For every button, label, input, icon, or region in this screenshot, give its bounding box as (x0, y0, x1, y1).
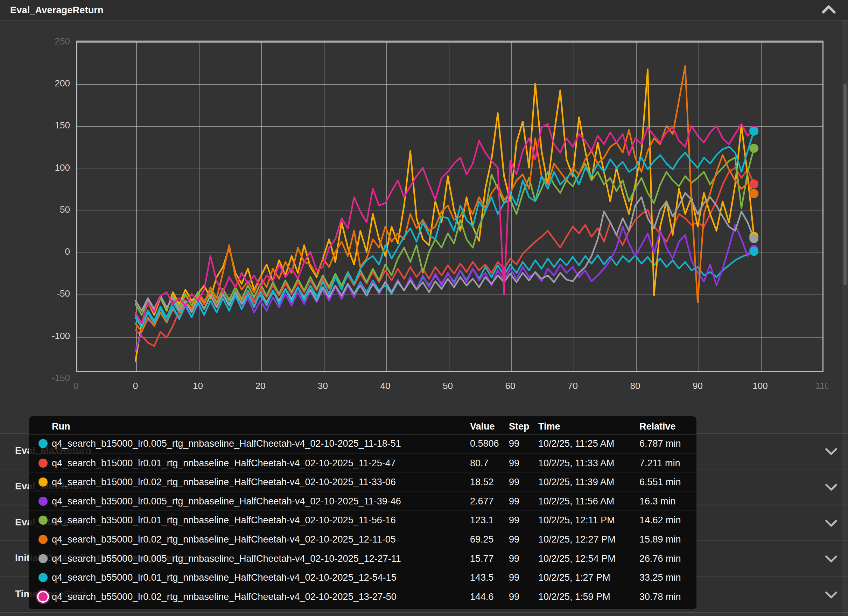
run-color-dot (39, 573, 47, 582)
run-cell: 6.787 min (639, 438, 681, 449)
x-tick-label: 10 (177, 381, 219, 391)
run-row[interactable]: q4_search_b15000_lr0.02_rtg_nnbaseline_H… (29, 472, 697, 492)
y-tick-label: -100 (7, 330, 70, 341)
run-cell: 10/2/25, 12:27 PM (538, 534, 615, 545)
run-cell: q4_search_b55000_lr0.01_rtg_nnbaseline_H… (52, 572, 397, 583)
series-end-dot-0[interactable] (749, 247, 758, 256)
tooltip-column-header: Relative (639, 421, 676, 432)
run-cell: 10/2/25, 11:25 AM (538, 438, 614, 449)
run-cell: 99 (509, 553, 519, 564)
chevron-down-icon[interactable] (824, 589, 838, 600)
run-row[interactable]: q4_search_b35000_lr0.02_rtg_nnbaseline_H… (29, 530, 697, 549)
run-color-dot (39, 515, 47, 525)
x-tick-label: 20 (239, 381, 282, 391)
run-cell: q4_search_b35000_lr0.02_rtg_nnbaseline_H… (52, 534, 396, 545)
run-cell: 33.25 min (639, 572, 681, 583)
scalars-dashboard: Eval_AverageReturn Eval_MaxReturnEval_Mi… (0, 0, 848, 616)
series-end-dot-4[interactable] (749, 144, 758, 153)
run-cell: 144.6 (470, 591, 494, 603)
series-end-dot-7[interactable] (749, 127, 758, 136)
run-cell: 10/2/25, 11:33 AM (538, 458, 614, 469)
series-end-dot-5[interactable] (749, 189, 758, 198)
run-row[interactable]: q4_search_b15000_lr0.01_rtg_nnbaseline_H… (29, 453, 697, 472)
run-cell: 99 (509, 591, 519, 603)
run-cell: 6.551 min (639, 477, 681, 488)
series-line-3[interactable] (135, 225, 754, 351)
chevron-down-icon[interactable] (824, 553, 838, 564)
series-end-dot-1[interactable] (749, 179, 758, 188)
run-cell: 10/2/25, 1:59 PM (538, 591, 610, 603)
chevron-down-icon[interactable] (824, 482, 838, 492)
x-tick-label: 90 (677, 381, 719, 391)
run-row[interactable]: q4_search_b55000_lr0.02_rtg_nnbaseline_H… (29, 587, 697, 606)
run-row[interactable]: q4_search_b35000_lr0.005_rtg_nnbaseline_… (29, 492, 697, 511)
run-cell: q4_search_b15000_lr0.01_rtg_nnbaseline_H… (52, 458, 396, 469)
run-cell: q4_search_b15000_lr0.005_rtg_nnbaseline_… (52, 438, 401, 449)
run-cell: q4_search_b55000_lr0.02_rtg_nnbaseline_H… (52, 591, 397, 603)
run-cell: 99 (509, 438, 519, 449)
series-end-dot-6[interactable] (749, 234, 758, 243)
x-tick-label: 50 (427, 381, 469, 391)
run-cell: 99 (509, 515, 519, 526)
run-cell: 26.76 min (639, 553, 681, 564)
x-tick-label: 30 (302, 381, 344, 391)
run-cell: 99 (509, 572, 519, 583)
run-cell: q4_search_b55000_lr0.005_rtg_nnbaseline_… (52, 553, 401, 564)
run-color-dot (39, 477, 47, 487)
run-cell: 99 (509, 534, 519, 545)
series-line-0[interactable] (135, 252, 754, 326)
tooltip-column-header: Time (538, 421, 560, 432)
run-row[interactable]: q4_search_b55000_lr0.01_rtg_nnbaseline_H… (29, 568, 697, 587)
run-row[interactable]: q4_search_b35000_lr0.01_rtg_nnbaseline_H… (29, 510, 697, 530)
run-cell: 143.5 (470, 572, 494, 583)
tooltip-column-header: Value (470, 421, 495, 432)
run-cell: 15.89 min (639, 534, 681, 545)
chevron-down-icon[interactable] (824, 518, 838, 528)
run-cell: 7.211 min (639, 458, 680, 469)
run-cell: 10/2/25, 12:54 PM (538, 553, 615, 564)
run-row[interactable]: q4_search_b55000_lr0.005_rtg_nnbaseline_… (29, 549, 697, 568)
x-tick-label: 40 (364, 381, 406, 391)
y-tick-label: 200 (7, 78, 70, 89)
chevron-up-icon[interactable] (821, 4, 836, 16)
run-cell: 14.62 min (639, 515, 681, 526)
run-color-dot (39, 497, 47, 506)
run-cell: 2.677 (470, 496, 494, 507)
x-tick-label: 110 (802, 381, 829, 391)
run-cell: 30.78 min (639, 591, 681, 603)
tooltip-header-row: RunValueStepTimeRelative (29, 416, 697, 435)
run-color-dot (39, 535, 47, 544)
y-tick-label: 0 (7, 246, 70, 257)
run-color-dot (39, 592, 47, 601)
next-section-edge (0, 613, 848, 616)
chart-card-header: Eval_AverageReturn (0, 0, 848, 21)
series-line-2[interactable] (135, 69, 754, 361)
scrollbar-thumb[interactable] (844, 84, 847, 285)
line-chart[interactable] (76, 41, 823, 372)
run-cell: q4_search_b35000_lr0.01_rtg_nnbaseline_H… (52, 515, 396, 526)
tooltip-column-header: Step (509, 421, 529, 432)
run-cell: 10/2/25, 1:27 PM (538, 572, 610, 583)
run-cell: 18.52 (470, 477, 494, 488)
y-tick-label: 150 (7, 120, 70, 131)
run-cell: 69.25 (470, 534, 494, 545)
run-cell: 0.5806 (470, 438, 499, 449)
run-cell: 99 (509, 458, 519, 469)
run-color-dot (39, 459, 47, 468)
run-cell: 99 (509, 477, 519, 488)
x-tick-label: 60 (489, 381, 531, 391)
run-row[interactable]: q4_search_b15000_lr0.005_rtg_nnbaseline_… (29, 434, 697, 453)
chart-title: Eval_AverageReturn (10, 5, 104, 16)
y-tick-label: 250 (7, 36, 70, 47)
run-cell: 15.77 (470, 553, 494, 564)
run-cell: q4_search_b15000_lr0.02_rtg_nnbaseline_H… (52, 477, 396, 488)
run-cell: 10/2/25, 11:39 AM (538, 477, 614, 488)
run-cell: 80.7 (470, 458, 489, 469)
y-tick-label: -50 (7, 288, 70, 299)
x-tick-label: 80 (614, 381, 656, 391)
y-tick-label: 100 (7, 162, 70, 173)
chevron-down-icon[interactable] (824, 446, 838, 456)
run-color-dot (39, 439, 47, 448)
x-tick-label: 100 (739, 381, 781, 391)
run-cell: q4_search_b35000_lr0.005_rtg_nnbaseline_… (52, 496, 401, 507)
